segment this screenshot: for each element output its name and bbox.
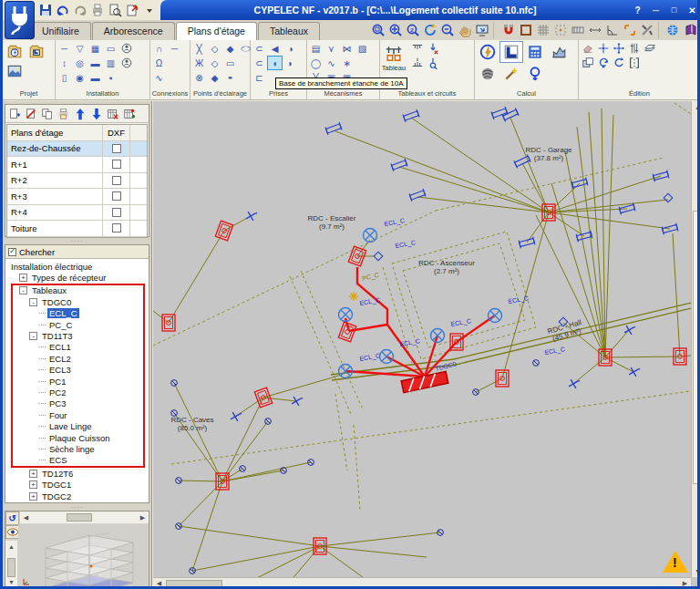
floor-row-r-1[interactable]: R+1 [7,157,147,173]
tree-item-types-de-r-cepteur[interactable]: +Types de récepteur [5,272,149,283]
copy2-icon[interactable] [580,56,595,70]
tree-item-pc-c[interactable]: PC_C [13,319,143,330]
tree-item-label[interactable]: Four [47,410,69,420]
tree-item-pc3[interactable]: PC3 [13,398,143,409]
undo-icon[interactable] [55,3,70,18]
sqlines-icon[interactable]: ▤ [308,41,324,56]
dxf-table-icon[interactable] [106,107,120,121]
looparrow-icon[interactable] [425,56,440,70]
floor-row-r-2[interactable]: R+2 [7,173,147,190]
wire-icon[interactable]: ─ [57,41,72,56]
eye-icon[interactable] [5,525,19,539]
zoom-out-icon[interactable] [439,22,456,38]
tab-plans-d-tage[interactable]: Plans d'étage [176,22,257,40]
floor-name[interactable]: R+1 [7,157,103,172]
preview-doc-icon[interactable] [107,3,122,18]
rotate-3d-icon[interactable]: ↺ [5,512,19,525]
tree-item-ecl-c[interactable]: ECL_C [13,308,143,319]
panel-splitter[interactable]: ···· [3,503,151,511]
eraser-icon[interactable] [580,41,595,56]
app-logo-plug-icon[interactable] [5,1,35,39]
tree-item-label[interactable]: PC1 [47,377,67,387]
preview-v-scrollbar[interactable]: ▲ ▼ [5,541,17,588]
tree-item-label[interactable]: Types de récepteur [30,273,108,283]
tools-icon[interactable] [639,22,655,38]
sqd-icon[interactable]: ▨ [355,41,370,56]
red-edit-icon[interactable] [24,107,38,121]
crossbar-icon[interactable]: Ж [191,56,207,70]
floor-name[interactable]: R+2 [7,173,103,189]
tree-item-ecl2[interactable]: ECL2 [13,353,143,364]
door-icon[interactable]: ▯ [57,70,72,85]
tree-item-td12t6[interactable]: +TD12T6 [5,468,149,479]
zoom-down-button[interactable] [523,63,547,85]
comb-icon[interactable]: ▥ [103,56,118,70]
tree-item-label[interactable]: Sèche linge [47,444,97,454]
tree-item-tdgc1[interactable]: +TDGC1 [5,479,149,490]
export-doc-icon[interactable] [124,3,139,18]
scroll-right-icon[interactable]: ▶ [679,578,691,589]
tree-item-installation-lectrique[interactable]: Installation électrique [5,261,149,272]
expand-icon[interactable]: + [29,492,37,501]
layers-icon[interactable] [642,41,657,56]
scroll-right-icon[interactable]: ▶ [137,512,149,523]
tableau-button[interactable] [381,41,407,65]
circlex-icon[interactable]: ⊗ [191,70,207,85]
calculator-button[interactable] [523,41,547,63]
canvas-h-scrollbar[interactable]: ◀ ▶ [153,577,691,589]
xsym-icon[interactable]: ⋈ [339,41,355,56]
tree-item-label[interactable]: TDGC1 [40,480,73,490]
help-button[interactable]: ? [630,4,645,17]
ortho-icon[interactable] [622,22,638,38]
minimize-button[interactable]: ─ [648,4,664,17]
preview-h-scrollbar[interactable]: ◀ ▶ [20,512,149,523]
tree-item-label[interactable]: Plaque Cuisson [47,433,112,443]
receiver-icon[interactable] [118,41,134,56]
tree-item-four[interactable]: Four [13,409,143,420]
linkarc-icon[interactable]: ∩ [151,41,167,56]
barf-icon[interactable]: ▬ [88,70,103,85]
cross-icon[interactable]: ╳ [191,41,207,56]
tree-item-tdgc0[interactable]: -TDGC0 [13,296,143,307]
panel-splitter[interactable]: ···· [3,237,151,244]
wire-icon[interactable]: ─ [167,41,182,56]
scroll-down-icon[interactable]: ▼ [5,577,17,588]
tree-item-label[interactable]: Installation électrique [9,262,94,272]
tree-item-ecs[interactable]: ECS [13,455,143,466]
scroll-left-icon[interactable]: ◀ [20,512,32,523]
project-photo-button[interactable] [4,61,26,81]
tree-item-label[interactable]: ECL_C [47,308,79,318]
tree-item-td11t3[interactable]: -TD11T3 [13,330,143,341]
expand-icon[interactable]: + [29,480,37,489]
tree-item-plaque-cuisson[interactable]: Plaque Cuisson [13,432,143,443]
movenode-icon[interactable] [595,41,611,56]
socketline-icon[interactable]: ⊂ [252,56,267,70]
angle-icon[interactable] [604,22,621,38]
bar-icon[interactable]: ▭ [103,41,118,56]
collapse-icon[interactable]: - [29,332,37,340]
sockettrib-icon[interactable]: ◑ [283,41,298,56]
print-icon[interactable] [89,3,105,18]
move4-icon[interactable] [611,41,626,56]
print-page-icon[interactable] [57,107,71,121]
arrowdel-icon[interactable] [425,41,440,56]
save-icon[interactable] [37,3,53,18]
linkpoly-icon[interactable]: Ω [151,56,167,70]
linkpoly2-icon[interactable]: ∿ [151,70,167,85]
dropdown-icon[interactable] [141,3,157,18]
h-scroll-thumb[interactable] [67,513,92,522]
dxf-checkbox[interactable] [112,144,121,153]
scurve-icon[interactable]: ∿ [324,56,339,70]
snap-icon[interactable] [552,22,569,38]
pan-hand-icon[interactable] [457,22,473,38]
canvas-v-scrollbar[interactable]: ▲ ▼ [691,101,700,577]
book-icon[interactable] [683,22,699,38]
dxf-checkbox[interactable] [112,208,121,217]
loopnode-icon[interactable] [595,56,611,70]
scroll-up-icon[interactable]: ▲ [692,101,700,113]
dim-v-icon[interactable] [587,22,603,38]
globe-icon[interactable] [665,22,682,38]
tree-item-tdgc2[interactable]: +TDGC2 [5,491,149,501]
tree-item-ecl1[interactable]: ECL1 [13,342,143,353]
brackets-icon[interactable] [626,56,642,70]
